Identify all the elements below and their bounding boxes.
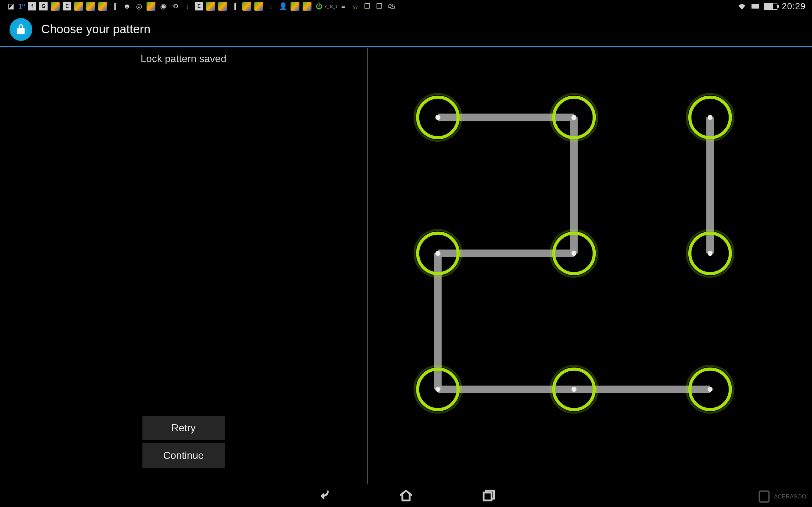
svg-point-23	[571, 387, 577, 392]
status-bar-left: ◪ 1º f G E ∥ ☻ ◎ ◉ ⟲ ↓ E ∥ ↓ 👤 ⏻ ⬭⬭ ≡ ⍾ …	[6, 2, 396, 11]
app-notification-icon	[242, 2, 251, 11]
app-bar: Choose your pattern	[0, 13, 812, 47]
svg-point-17	[571, 251, 577, 256]
continue-button[interactable]: Continue	[142, 443, 225, 468]
app-notification-icon	[303, 2, 311, 11]
tray-icon: ≡	[339, 2, 348, 11]
app-notification-icon	[74, 2, 83, 11]
letter-icon: E	[195, 2, 203, 10]
retry-button[interactable]: Retry	[142, 416, 225, 440]
app-notification-icon	[291, 2, 299, 11]
nav-icon: ⟲	[171, 2, 180, 11]
android-icon: ⍾	[351, 2, 360, 11]
app-notification-icon	[86, 2, 95, 11]
pattern-grid[interactable]	[368, 48, 812, 484]
keyboard-icon	[751, 2, 760, 11]
goggles-icon: ⬭⬭	[327, 2, 336, 11]
svg-point-9	[436, 115, 441, 120]
svg-point-11	[571, 115, 577, 120]
mask-icon: ☻	[122, 2, 131, 11]
facebook-icon: f	[28, 2, 36, 10]
svg-rect-0	[751, 4, 759, 9]
android-status-bar: ◪ 1º f G E ∥ ☻ ◎ ◉ ⟲ ↓ E ∥ ↓ 👤 ⏻ ⬭⬭ ≡ ⍾ …	[0, 0, 812, 13]
circle-icon: ◉	[159, 2, 167, 11]
app-notification-icon	[254, 2, 263, 11]
app-notification-icon	[218, 2, 227, 11]
svg-rect-26	[484, 493, 492, 500]
temperature-indicator: 1º	[18, 2, 25, 10]
status-clock: 20:29	[782, 1, 806, 11]
pattern-grid-panel[interactable]	[368, 48, 812, 484]
action-buttons: Retry Continue	[142, 416, 225, 468]
page-title: Choose your pattern	[41, 22, 150, 36]
pattern-status-text: Lock pattern saved	[141, 53, 226, 65]
svg-rect-27	[759, 491, 769, 502]
app-icon: ◎	[135, 2, 143, 11]
app-notification-icon	[98, 2, 107, 11]
home-button[interactable]	[397, 486, 415, 505]
download-icon: ↓	[183, 2, 192, 11]
stripes-icon: ∥	[110, 2, 119, 11]
svg-point-21	[436, 387, 441, 392]
store-icon: 🛍	[387, 2, 396, 11]
download-icon: ↓	[266, 2, 275, 11]
battery-icon	[764, 3, 777, 10]
stripes-icon: ∥	[230, 2, 239, 11]
power-icon: ⏻	[315, 2, 323, 11]
gameloft-icon: G	[39, 2, 48, 10]
android-nav-bar: ACERASOO	[0, 484, 812, 507]
svg-point-13	[708, 115, 713, 120]
app-notification-icon	[147, 2, 155, 11]
svg-point-25	[708, 387, 713, 392]
content-area: Lock pattern saved Retry Continue	[0, 48, 812, 484]
app-notification-icon	[206, 2, 215, 11]
back-button[interactable]	[314, 486, 333, 505]
app-notification-icon	[51, 2, 60, 11]
left-panel: Lock pattern saved Retry Continue	[0, 48, 368, 484]
svg-point-15	[436, 251, 441, 256]
wifi-icon	[738, 2, 746, 11]
status-bar-right: 20:29	[738, 1, 806, 11]
person-icon: 👤	[278, 2, 287, 11]
svg-point-19	[708, 251, 713, 256]
watermark: ACERASOO	[757, 489, 806, 504]
window-icon: ❐	[375, 2, 384, 11]
picture-icon: ◪	[6, 2, 15, 11]
lock-app-icon	[9, 18, 32, 41]
recent-apps-button[interactable]	[479, 486, 498, 505]
letter-icon: E	[63, 2, 71, 10]
window-icon: ❐	[363, 2, 372, 11]
